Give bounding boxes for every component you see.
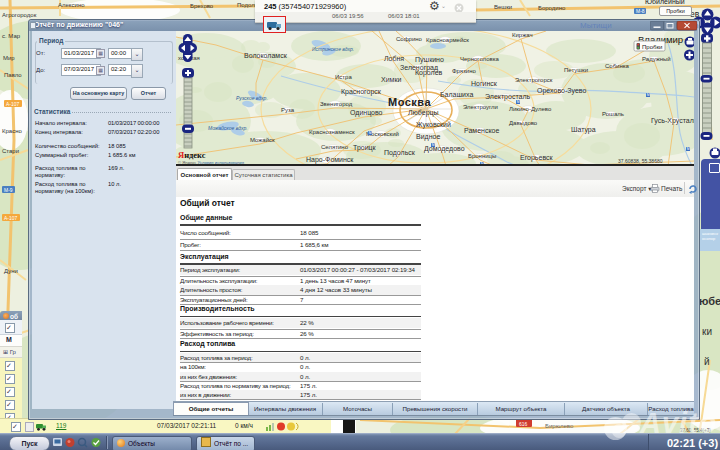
svg-text:Ликино-Дулево: Ликино-Дулево (509, 106, 552, 112)
svg-text:Стари: Стари (2, 148, 19, 154)
svg-text:Софрино: Софрино (396, 36, 423, 42)
svg-text:Давыдово: Давыдово (509, 120, 538, 126)
svg-text:Наро-Фоминск: Наро-Фоминск (306, 156, 354, 164)
svg-text:Рошаль: Рошаль (602, 111, 624, 117)
svg-text:Орехово-Зуево: Орехово-Зуево (537, 87, 586, 95)
svg-text:Электрогорск: Электрогорск (515, 77, 553, 83)
svg-text:Селятино: Селятино (321, 144, 349, 150)
svg-text:Можайск: Можайск (250, 137, 275, 143)
svg-text:Люберцы: Люберцы (408, 109, 439, 117)
svg-text:Звенигород: Звенигород (320, 101, 353, 107)
svg-text:Алексино: Алексино (58, 2, 85, 8)
svg-text:Королев: Королев (415, 69, 443, 77)
svg-text:Одинцово: Одинцово (350, 109, 383, 117)
svg-text:Жуковский: Жуковский (416, 121, 451, 129)
svg-text:Собинка: Собинка (605, 63, 630, 69)
svg-text:M: M (687, 147, 690, 151)
svg-text:Павло: Павло (4, 72, 22, 78)
svg-text:Бронницы: Бронницы (468, 153, 496, 159)
svg-text:M: M (432, 143, 435, 147)
svg-text:Мир: Мир (3, 55, 15, 61)
svg-text:Рузское вдхр.: Рузское вдхр. (236, 95, 268, 101)
svg-text:Петушки: Петушки (564, 67, 588, 73)
svg-text:Егорьевск: Егорьевск (520, 154, 554, 162)
svg-text:Брехово: Брехово (190, 3, 214, 9)
svg-text:Шатура: Шатура (571, 126, 596, 134)
svg-text:Вешки: Вешки (494, 4, 512, 10)
svg-text:Бирюлево: Бирюлево (545, 423, 574, 429)
svg-text:А-107: А-107 (4, 215, 18, 221)
svg-text:Краснознаменск: Краснознаменск (309, 129, 355, 135)
svg-text:M: M (647, 93, 650, 97)
svg-text:Видное: Видное (416, 133, 440, 141)
svg-text:Радужный: Радужный (642, 56, 671, 62)
svg-text:Дуни: Дуни (4, 268, 18, 274)
svg-text:Пушкино: Пушкино (415, 56, 444, 64)
svg-text:Руза: Руза (281, 107, 295, 113)
svg-text:Красногорск: Красногорск (341, 88, 382, 96)
svg-text:Пробки: Пробки (642, 43, 662, 49)
svg-text:Фрязино: Фрязино (452, 68, 476, 74)
svg-text:Киржач: Киржач (512, 32, 533, 38)
svg-text:Истринское вдхр.: Истринское вдхр. (312, 46, 354, 52)
svg-text:Подольск: Подольск (384, 149, 416, 157)
svg-text:Юбилейный: Юбилейный (645, 0, 685, 5)
svg-text:Электросталь: Электросталь (485, 93, 531, 101)
svg-text:M: M (369, 131, 372, 135)
svg-text:с. Мар: с. Мар (2, 33, 21, 39)
svg-text:Ногинск: Ногинск (471, 80, 498, 87)
svg-text:Электроугли: Электроугли (463, 104, 498, 110)
svg-text:Лобня: Лобня (384, 55, 404, 62)
svg-text:Раменское: Раменское (464, 127, 499, 134)
svg-text:М-8: М-8 (636, 8, 645, 14)
svg-text:Гусь-Хрусталь: Гусь-Хрусталь (651, 117, 694, 125)
svg-text:Москва: Москва (388, 96, 431, 108)
svg-text:Бородино: Бородино (538, 5, 566, 11)
svg-text:Домодедово: Домодедово (424, 145, 465, 153)
svg-text:616: 616 (519, 421, 528, 427)
svg-text:М-9: М-9 (4, 187, 13, 193)
svg-text:Балашиха: Балашиха (440, 91, 473, 98)
svg-text:Красноармейск: Красноармейск (426, 37, 469, 43)
svg-text:Яндекс: Яндекс (178, 150, 206, 160)
svg-text:Можайское вдхр.: Можайское вдхр. (208, 125, 248, 131)
svg-text:Красно: Красно (2, 128, 22, 134)
svg-text:Волоколамск: Волоколамск (244, 52, 288, 59)
svg-text:M: M (517, 100, 520, 104)
svg-text:А-107: А-107 (6, 101, 20, 107)
svg-text:Истра: Истра (335, 74, 352, 80)
svg-text:Агрогородок: Агрогородок (2, 12, 37, 18)
svg-text:Черноголовка: Черноголовка (460, 56, 499, 62)
svg-text:Химки: Химки (381, 76, 401, 83)
svg-text:Троицк: Троицк (353, 144, 377, 152)
